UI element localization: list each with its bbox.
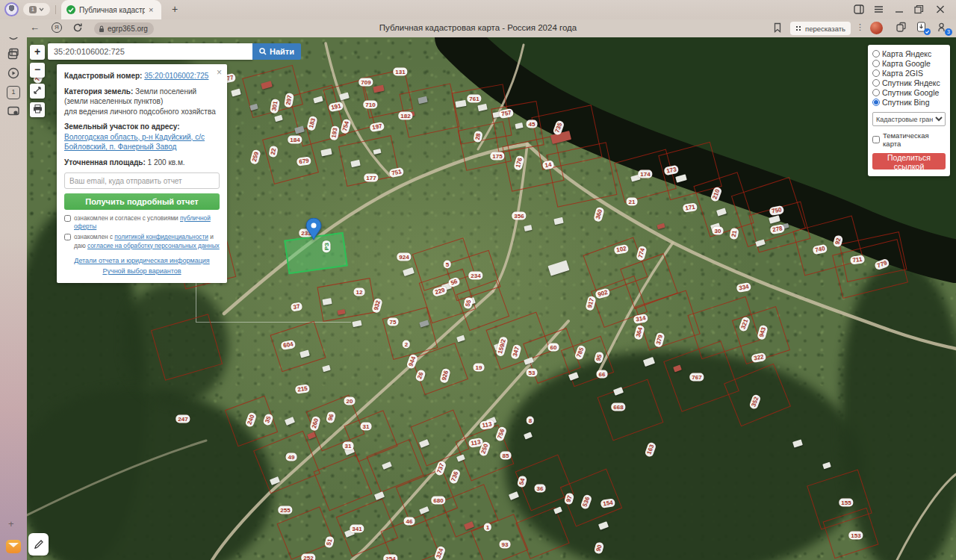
downloads-icon[interactable] [916, 22, 928, 34]
kebab-menu-icon[interactable]: ⋮ [856, 22, 864, 32]
print-button[interactable] [30, 102, 45, 117]
basemap-radio[interactable] [872, 69, 880, 77]
parcel-label[interactable]: 184 [288, 136, 302, 144]
overlay-select[interactable]: Кадастровые границы [872, 112, 946, 126]
basemap-option[interactable]: Карта 2GIS [872, 68, 946, 78]
privacy-agree-checkbox[interactable] [64, 234, 71, 240]
parcel-label[interactable]: 20 [344, 397, 356, 405]
parcel-label[interactable]: 46 [404, 517, 415, 526]
tab-group-button[interactable]: 1 [23, 3, 50, 16]
profile-downloads-icon[interactable]: 3 [937, 22, 949, 34]
new-tab-button[interactable]: + [168, 3, 181, 15]
parcel-label[interactable]: 356 [512, 212, 526, 220]
parcel-label[interactable]: 710 [363, 101, 377, 109]
parcel-label[interactable]: 21 [627, 198, 638, 206]
media-play-icon[interactable] [7, 66, 20, 80]
parcel-label[interactable]: 761 [467, 95, 481, 103]
parcel-label[interactable]: 924 [397, 253, 411, 261]
parcel-label[interactable]: РЗ [323, 240, 331, 252]
screencast-icon[interactable] [7, 105, 20, 118]
parcel-label[interactable]: 60 [548, 343, 559, 352]
personal-data-link[interactable]: согласие на обработку персональных данны… [87, 242, 220, 249]
close-window-icon[interactable] [936, 4, 945, 14]
extension-avatar-icon[interactable] [870, 22, 883, 34]
parcel-label[interactable]: 177 [364, 174, 378, 182]
parcel-label[interactable]: 31 [343, 442, 354, 450]
basemap-option[interactable]: Спутник Яндекс [872, 78, 946, 87]
parcel-label[interactable]: 131 [393, 68, 407, 76]
tabs-counter-icon[interactable]: 1 [7, 86, 20, 99]
parcel-label[interactable]: 153 [848, 532, 863, 540]
basemap-radio[interactable] [872, 79, 880, 87]
basemap-radio[interactable] [872, 99, 880, 106]
parcel-label[interactable]: 36 [535, 485, 546, 493]
parcel-label[interactable]: 182 [398, 112, 412, 120]
get-report-button[interactable]: Получить подробный отчет [64, 193, 220, 210]
parcel-label[interactable]: 93 [500, 541, 511, 549]
report-details-link[interactable]: Детали отчета и юридическая информация [74, 257, 209, 264]
parcel-label[interactable]: 709 [358, 78, 373, 87]
parcel-label[interactable]: 19 [474, 364, 485, 372]
cadastral-number-link[interactable]: 35:20:0106002:725 [144, 72, 208, 80]
tab-active[interactable]: Публичная кадастрова × [61, 0, 161, 19]
reload-icon[interactable] [72, 22, 83, 33]
side-panel-icon[interactable] [854, 4, 864, 14]
profile-avatar[interactable] [4, 2, 19, 16]
yandex-search-icon[interactable]: Я [52, 22, 62, 33]
restore-icon[interactable] [914, 4, 924, 14]
parcel-label[interactable]: 680 [431, 497, 445, 505]
parcel-label[interactable]: 254 [383, 555, 397, 560]
share-link-button[interactable]: Поделиться ссылкой [872, 153, 946, 169]
privacy-link[interactable]: политикой конфиденциальности [114, 233, 208, 240]
basemap-option[interactable]: Карта Яндекс [872, 49, 946, 58]
collections-icon[interactable] [7, 47, 20, 60]
parcel-label[interactable]: 12 [354, 288, 365, 296]
parcel-label[interactable]: 53 [527, 369, 538, 377]
email-field[interactable] [64, 172, 220, 189]
parcel-label[interactable]: 75 [388, 318, 399, 326]
minimize-icon[interactable] [895, 4, 904, 14]
parcel-label[interactable]: 85 [500, 452, 512, 460]
basemap-option[interactable]: Спутник Google [872, 87, 946, 97]
measure-tool-button[interactable] [30, 84, 45, 99]
menu-icon[interactable] [874, 4, 884, 14]
parcel-label[interactable]: 66 [597, 370, 608, 379]
bookmark-icon[interactable] [773, 22, 782, 33]
draw-tool-button[interactable] [28, 533, 49, 556]
parcel-label[interactable]: 45 [527, 120, 538, 128]
thematic-map-checkbox[interactable] [872, 136, 880, 143]
parcel-label[interactable]: 174 [638, 170, 652, 178]
parcel-label[interactable]: 31 [361, 423, 372, 431]
back-button[interactable]: ← [30, 22, 40, 33]
parcel-label[interactable]: 234 [468, 272, 482, 280]
basemap-radio[interactable] [872, 89, 880, 96]
parcel-label[interactable]: 247 [176, 415, 190, 423]
basemap-radio[interactable] [872, 60, 880, 67]
parcel-label[interactable]: 252 [301, 554, 315, 560]
zoom-in-button[interactable]: + [30, 45, 45, 60]
parcel-label[interactable]: 155 [839, 499, 853, 507]
search-button[interactable]: Найти [252, 43, 301, 60]
add-panel-icon[interactable]: + [8, 518, 14, 529]
parcel-label[interactable]: 49 [286, 453, 297, 461]
parcel-label[interactable]: 767 [689, 373, 704, 382]
basemap-option[interactable]: Спутник Bing [872, 97, 946, 107]
address-bar[interactable]: egrp365.org [94, 22, 154, 35]
parcel-label[interactable]: 175 [490, 152, 504, 161]
manual-select-link[interactable]: Ручной выбор вариантов [102, 267, 181, 275]
address-link[interactable]: Вологодская область, р-н Кадуйский, с/с … [64, 133, 205, 152]
basemap-option[interactable]: Карта Google [872, 58, 946, 68]
yandex-mail-icon[interactable] [6, 540, 21, 553]
parcel-label[interactable]: 668 [611, 403, 625, 411]
parcel-label[interactable]: 30 [713, 227, 724, 235]
extensions-icon[interactable] [896, 22, 907, 33]
retell-button[interactable]: пересказать [790, 22, 851, 35]
zoom-out-button[interactable]: − [30, 63, 45, 78]
basemap-radio[interactable] [872, 50, 880, 57]
parcel-label[interactable]: 255 [278, 506, 292, 514]
tab-close-icon[interactable]: × [149, 5, 153, 14]
offer-agree-checkbox[interactable] [64, 215, 71, 222]
parcel-label[interactable]: 341 [350, 525, 364, 533]
close-icon[interactable]: × [217, 66, 222, 78]
search-input[interactable] [48, 43, 252, 60]
